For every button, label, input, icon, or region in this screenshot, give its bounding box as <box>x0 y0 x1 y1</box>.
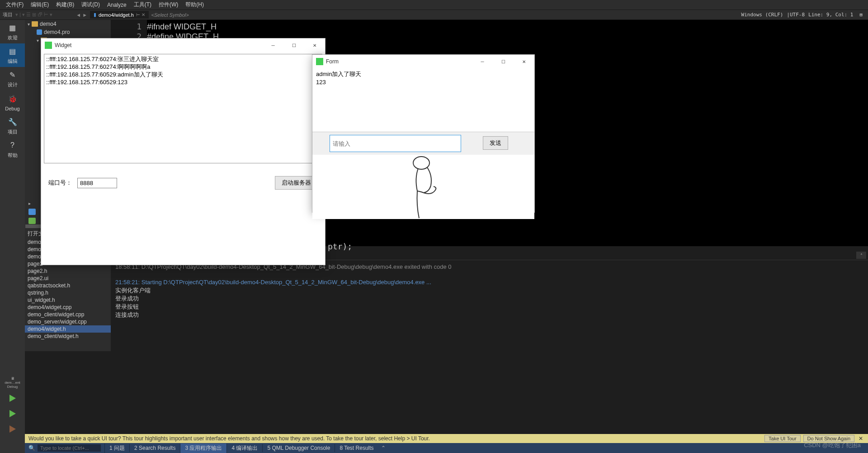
status-chevron-icon[interactable]: ⌃ <box>381 445 386 451</box>
log-line: ::ffff:192.168.125.77:60529:admin加入了聊天 <box>46 71 320 78</box>
maximize-output-icon[interactable]: ˄ <box>856 252 866 259</box>
minimize-icon[interactable]: ─ <box>472 55 493 68</box>
open-doc-item[interactable]: demo_client/widget.cpp <box>25 311 111 318</box>
menu-file[interactable]: 文件(F) <box>2 0 27 10</box>
output-timestamp: 21:58:21: <box>115 279 142 286</box>
tree-pro-file[interactable]: demo4.pro <box>25 28 111 36</box>
compile-output-tab[interactable]: 4 编译输出 <box>226 443 262 453</box>
maximize-icon[interactable]: ☐ <box>283 38 304 52</box>
start-server-button[interactable]: 启动服务器 <box>275 176 318 190</box>
tree-root[interactable]: ▾demo4 <box>25 20 111 28</box>
run-debug-button[interactable] <box>7 408 19 420</box>
form-title: Form <box>326 58 339 65</box>
tab-close-icon[interactable]: ⊢ ✕ <box>136 12 145 17</box>
svg-point-0 <box>413 157 429 169</box>
widget-titlebar[interactable]: Widget ─ ☐ ✕ <box>41 38 325 52</box>
close-banner-icon[interactable]: ✕ <box>857 435 864 442</box>
banner-message: Would you like to take a quick UI tour? … <box>28 435 430 442</box>
chat-line: admin加入了聊天 <box>316 70 531 78</box>
menu-tools[interactable]: 工具(T) <box>130 0 155 10</box>
application-output-pane[interactable]: 18:58:11: D:\QTProject\QT\day02\build-de… <box>111 260 868 351</box>
output-text: 登录按钮 <box>115 303 863 311</box>
line-ending-indicator[interactable]: Windows (CRLF) <box>741 12 783 18</box>
build-button[interactable] <box>7 423 19 435</box>
minimize-icon[interactable]: ─ <box>263 38 283 52</box>
mode-edit-label: 编辑 <box>8 58 18 65</box>
encoding-indicator[interactable]: |UTF-8 <box>787 12 805 18</box>
form-titlebar[interactable]: Form ─ ☐ ✕ <box>312 55 534 68</box>
mode-help[interactable]: ?帮助 <box>0 138 25 161</box>
send-button[interactable]: 发送 <box>483 136 508 150</box>
menu-analyze[interactable]: Analyze <box>104 1 130 9</box>
project-pane-label: 项目 <box>3 11 13 18</box>
mode-welcome[interactable]: ▦欢迎 <box>0 20 25 43</box>
bookmark-icon[interactable] <box>28 209 36 215</box>
split-icon[interactable]: ⊞ <box>857 12 865 18</box>
editor-tab-active[interactable]: ▮ demo4/widget.h ⊢ ✕ <box>90 11 148 19</box>
edit-icon: ▤ <box>7 46 18 57</box>
menu-edit[interactable]: 编辑(E) <box>27 0 52 10</box>
hammer-icon <box>9 425 16 433</box>
open-doc-item[interactable]: qabstractsocket.h <box>25 282 111 289</box>
search-results-tab[interactable]: 2 Search Results <box>129 444 180 452</box>
projects-icon: 🔧 <box>7 116 18 127</box>
symbol-selector[interactable]: <Select Symbol> <box>151 12 189 18</box>
message-input[interactable] <box>330 135 461 152</box>
design-icon: ✎ <box>7 69 18 80</box>
mode-debug[interactable]: 🐞Debug <box>0 91 25 114</box>
test-results-tab[interactable]: 8 Test Results <box>335 444 378 452</box>
mode-design[interactable]: ✎设计 <box>0 67 25 91</box>
welcome-icon: ▦ <box>7 22 18 33</box>
take-tour-button[interactable]: Take UI Tour <box>764 435 801 442</box>
open-doc-item[interactable]: demo_server/widget.cpp <box>25 318 111 325</box>
mode-projects[interactable]: 🔧项目 <box>0 114 25 138</box>
mode-projects-label: 项目 <box>8 129 18 135</box>
menu-build[interactable]: 构建(B) <box>52 0 78 10</box>
output-text: 实例化客户端 <box>115 286 863 295</box>
toolbar-separator: ▾ | ▾ ☰ ⊞ 🗗 ⊢ ▾ <box>15 12 52 18</box>
port-label: 端口号： <box>48 179 72 187</box>
open-doc-item[interactable]: ui_widget.h <box>25 296 111 304</box>
tree-pro-label: demo4.pro <box>44 29 70 35</box>
form-window: Form ─ ☐ ✕ admin加入了聊天 123 发送 <box>312 54 535 213</box>
file-icon: ▮ <box>94 12 96 18</box>
expand-icon: ▾ <box>28 22 30 27</box>
run-button[interactable] <box>7 392 19 404</box>
preprocessor-keyword: #ifndef <box>147 22 174 31</box>
qml-console-tab[interactable]: 5 QML Debugger Console <box>262 444 335 452</box>
close-icon[interactable]: ✕ <box>514 55 534 68</box>
bookmark-icon[interactable] <box>28 218 36 224</box>
open-doc-item[interactable]: demo4/widget.h <box>25 325 111 333</box>
chat-line: 123 <box>316 78 531 86</box>
menu-debug[interactable]: 调试(D) <box>78 0 104 10</box>
locator-input[interactable] <box>38 444 101 452</box>
server-log-textarea[interactable]: ::ffff:192.168.125.77:60274:张三进入聊天室 ::ff… <box>44 54 322 163</box>
maximize-icon[interactable]: ☐ <box>493 55 514 68</box>
play-icon <box>9 395 16 402</box>
open-doc-item[interactable]: demo4/widget.cpp <box>25 304 111 311</box>
app-output-tab[interactable]: 3 应用程序输出 <box>180 443 226 453</box>
open-doc-item[interactable]: qstring.h <box>25 289 111 296</box>
chat-log[interactable]: admin加入了聊天 123 <box>312 68 534 132</box>
nav-back-icon[interactable]: ◄ ► <box>76 12 87 18</box>
output-text: 登录成功 <box>115 295 863 303</box>
widget-title: Widget <box>55 42 71 48</box>
menu-widgets[interactable]: 控件(W) <box>155 0 182 10</box>
menu-help[interactable]: 帮助(H) <box>182 0 208 10</box>
mode-edit[interactable]: ▤编辑 <box>0 43 25 67</box>
issues-tab[interactable]: 1 问题 <box>104 443 129 453</box>
widget-window: Widget ─ ☐ ✕ ::ffff:192.168.125.77:60274… <box>41 38 326 265</box>
line-number: 1 <box>111 22 147 32</box>
open-doc-item[interactable]: page2.h <box>25 267 111 275</box>
open-doc-item[interactable]: page2.ui <box>25 275 111 282</box>
search-icon: 🔍 <box>28 445 35 451</box>
code-fragment: ptr); <box>328 242 352 251</box>
kit-selector[interactable]: 🖥dem…entDebug <box>4 376 22 389</box>
port-input[interactable] <box>77 178 117 188</box>
output-text: 连接成功 <box>115 311 863 319</box>
debug-icon: 🐞 <box>7 94 18 105</box>
locator: 🔍 <box>25 444 104 452</box>
editor-toolbar: 项目 ▾ | ▾ ☰ ⊞ 🗗 ⊢ ▾ ◄ ► ▮ demo4/widget.h … <box>0 10 868 20</box>
open-doc-item[interactable]: demo_client/widget.h <box>25 333 111 340</box>
close-icon[interactable]: ✕ <box>304 38 325 52</box>
